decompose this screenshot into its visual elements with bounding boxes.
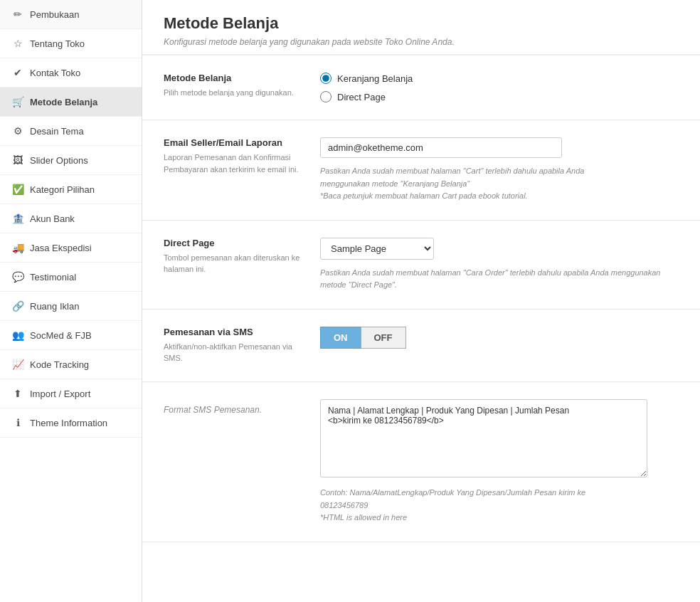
direct-page-hint: Pastikan Anda sudah membuat halaman "Car…: [320, 267, 679, 292]
email-seller-label: Email Seller/Email Laporan Laporan Pemes…: [164, 137, 320, 175]
sidebar-icon-slider-options: 🖼: [11, 154, 24, 166]
sidebar-icon-pembukaan: ✏: [11, 9, 24, 20]
section-format-sms: Format SMS Pemesanan. Nama | Alamat Leng…: [142, 382, 700, 542]
sidebar-icon-jasa-ekspedisi: 🚚: [11, 242, 24, 253]
section-metode-belanja: Metode Belanja Pilih metode belanja yang…: [142, 56, 700, 120]
metode-belanja-label: Metode Belanja Pilih metode belanja yang…: [164, 73, 320, 99]
sidebar-icon-tentang-toko: ☆: [11, 38, 24, 49]
radio-direct-page-label: Direct Page: [337, 92, 386, 102]
email-seller-desc: Laporan Pemesanan dan Konfirmasi Pembaya…: [164, 152, 306, 175]
format-sms-label: Format SMS Pemesanan.: [164, 399, 320, 415]
sidebar-item-import-export[interactable]: ⬆Import / Export: [0, 379, 142, 408]
sidebar-label-kontak-toko: Kontak Toko: [30, 68, 80, 78]
format-sms-hint: Contoh: Nama/AlamatLengkap/Produk Yang D…: [320, 487, 679, 524]
section-email-seller: Email Seller/Email Laporan Laporan Pemes…: [142, 120, 700, 221]
direct-page-select[interactable]: Sample Page: [320, 238, 434, 260]
radio-keranjang-input[interactable]: [320, 73, 332, 84]
metode-belanja-desc: Pilih metode belanja yang digunakan.: [164, 87, 306, 99]
sms-toggle-group: ON OFF: [320, 327, 679, 349]
email-seller-content: Pastikan Anda sudah membuat halaman "Car…: [320, 137, 679, 203]
direct-page-content: Sample Page Pastikan Anda sudah membuat …: [320, 238, 679, 292]
page-subtitle: Konfigurasi metode belanja yang digunaka…: [164, 37, 679, 47]
radio-direct-page[interactable]: Direct Page: [320, 91, 679, 102]
sidebar-label-theme-information: Theme Information: [30, 418, 107, 428]
sidebar-item-desain-tema[interactable]: ⚙Desain Tema: [0, 117, 142, 146]
radio-keranjang-label: Keranjang Belanja: [337, 73, 413, 84]
sidebar-label-kode-tracking: Kode Tracking: [30, 359, 89, 370]
direct-page-desc: Tombol pemesanan akan diteruskan ke hala…: [164, 252, 306, 275]
sidebar-label-testimonial: Testimonial: [30, 272, 76, 282]
sidebar-label-desain-tema: Desain Tema: [30, 126, 84, 137]
sidebar-item-pembukaan[interactable]: ✏Pembukaan: [0, 0, 142, 29]
sidebar-label-ruang-iklan: Ruang Iklan: [30, 301, 79, 312]
sidebar-label-kategori-pilihan: Kategori Pilihan: [30, 184, 95, 195]
section-direct-page: Direct Page Tombol pemesanan akan diteru…: [142, 221, 700, 310]
sidebar-icon-akun-bank: 🏦: [11, 213, 24, 224]
sidebar-icon-kode-tracking: 📈: [11, 359, 24, 370]
sidebar-icon-theme-information: ℹ: [11, 417, 24, 428]
sidebar-item-kontak-toko[interactable]: ✔Kontak Toko: [0, 58, 142, 88]
sidebar-item-kategori-pilihan[interactable]: ✅Kategori Pilihan: [0, 175, 142, 204]
pemesanan-sms-title: Pemesanan via SMS: [164, 327, 306, 337]
toggle-off-button[interactable]: OFF: [361, 327, 406, 349]
radio-direct-page-input[interactable]: [320, 91, 332, 102]
sidebar-item-slider-options[interactable]: 🖼Slider Options: [0, 146, 142, 175]
radio-group-metode: Keranjang Belanja Direct Page: [320, 73, 679, 102]
sidebar-label-tentang-toko: Tentang Toko: [30, 38, 85, 49]
direct-page-title: Direct Page: [164, 238, 306, 248]
metode-belanja-content: Keranjang Belanja Direct Page: [320, 73, 679, 102]
pemesanan-sms-content: ON OFF: [320, 327, 679, 349]
sidebar-icon-kategori-pilihan: ✅: [11, 184, 24, 195]
pemesanan-sms-desc: Aktifkan/non-aktifkan Pemesanan via SMS.: [164, 341, 306, 364]
page-header: Metode Belanja Konfigurasi metode belanj…: [142, 0, 700, 56]
sidebar-item-metode-belanja[interactable]: 🛒Metode Belanja: [0, 88, 142, 117]
sidebar-item-ruang-iklan[interactable]: 🔗Ruang Iklan: [0, 292, 142, 321]
radio-keranjang[interactable]: Keranjang Belanja: [320, 73, 679, 84]
sidebar-icon-socmed-fjb: 👥: [11, 329, 24, 341]
sidebar-label-jasa-ekspedisi: Jasa Ekspedisi: [30, 243, 92, 253]
sidebar-icon-import-export: ⬆: [11, 388, 24, 399]
metode-belanja-title: Metode Belanja: [164, 73, 306, 83]
direct-page-label: Direct Page Tombol pemesanan akan diteru…: [164, 238, 320, 275]
sidebar-item-akun-bank[interactable]: 🏦Akun Bank: [0, 204, 142, 233]
email-hint-line1: Pastikan Anda sudah membuat halaman "Car…: [320, 167, 584, 200]
email-seller-input[interactable]: [320, 137, 562, 158]
pemesanan-sms-label: Pemesanan via SMS Aktifkan/non-aktifkan …: [164, 327, 320, 364]
sidebar-label-akun-bank: Akun Bank: [30, 213, 75, 224]
sidebar-icon-metode-belanja: 🛒: [11, 96, 24, 107]
sidebar-item-kode-tracking[interactable]: 📈Kode Tracking: [0, 350, 142, 379]
sidebar: ✏Pembukaan☆Tentang Toko✔Kontak Toko🛒Meto…: [0, 0, 142, 602]
format-sms-textarea[interactable]: Nama | Alamat Lengkap | Produk Yang Dipe…: [320, 399, 647, 477]
sidebar-label-socmed-fjb: SocMed & FJB: [30, 330, 92, 341]
sidebar-icon-testimonial: 💬: [11, 271, 24, 282]
sidebar-label-import-export: Import / Export: [30, 389, 90, 399]
sidebar-item-tentang-toko[interactable]: ☆Tentang Toko: [0, 29, 142, 58]
page-title: Metode Belanja: [164, 14, 679, 33]
sidebar-item-jasa-ekspedisi[interactable]: 🚚Jasa Ekspedisi: [0, 233, 142, 263]
email-seller-hint: Pastikan Anda sudah membuat halaman "Car…: [320, 165, 679, 203]
sidebar-label-pembukaan: Pembukaan: [30, 9, 79, 20]
sidebar-item-socmed-fjb[interactable]: 👥SocMed & FJB: [0, 321, 142, 350]
sidebar-item-testimonial[interactable]: 💬Testimonial: [0, 263, 142, 292]
toggle-on-button[interactable]: ON: [320, 327, 361, 349]
format-sms-content: Nama | Alamat Lengkap | Produk Yang Dipe…: [320, 399, 679, 524]
sidebar-label-slider-options: Slider Options: [30, 155, 88, 166]
sidebar-item-theme-information[interactable]: ℹTheme Information: [0, 408, 142, 438]
sidebar-icon-kontak-toko: ✔: [11, 67, 24, 78]
section-pemesanan-sms: Pemesanan via SMS Aktifkan/non-aktifkan …: [142, 310, 700, 382]
sidebar-icon-desain-tema: ⚙: [11, 125, 24, 137]
main-content: Metode Belanja Konfigurasi metode belanj…: [142, 0, 700, 602]
sidebar-icon-ruang-iklan: 🔗: [11, 300, 24, 312]
sidebar-label-metode-belanja: Metode Belanja: [30, 97, 97, 107]
email-seller-title: Email Seller/Email Laporan: [164, 137, 306, 148]
